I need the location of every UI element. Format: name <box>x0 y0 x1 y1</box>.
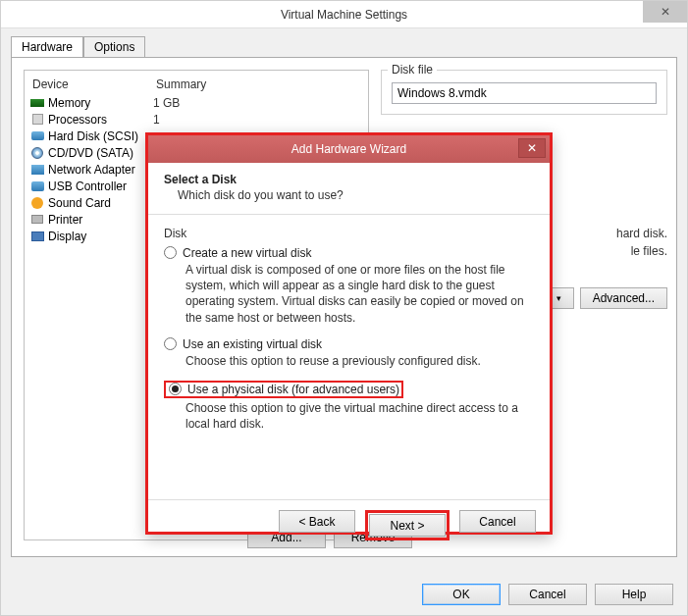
hdd-icon <box>29 129 45 143</box>
radio-existing-disk[interactable]: Use an existing virtual disk <box>164 337 534 351</box>
help-button[interactable]: Help <box>595 584 673 605</box>
tab-hardware[interactable]: Hardware <box>11 36 83 58</box>
network-icon <box>29 163 45 177</box>
wizard-footer: < Back Next > Cancel <box>148 499 550 550</box>
add-hardware-wizard: Add Hardware Wizard ✕ Select a Disk Whic… <box>145 132 553 535</box>
col-device: Device <box>32 77 156 91</box>
radio-desc: Choose this option to give the virtual m… <box>185 400 534 432</box>
highlighted-option: Use a physical disk (for advanced users) <box>164 381 403 398</box>
disk-file-input[interactable] <box>392 82 657 104</box>
advanced-button[interactable]: Advanced... <box>580 287 667 309</box>
tabs: Hardware Options <box>11 36 677 58</box>
cd-icon <box>29 146 45 160</box>
wizard-heading: Select a Disk <box>164 173 534 186</box>
wizard-titlebar: Add Hardware Wizard ✕ <box>148 135 550 163</box>
radio-icon <box>164 337 177 350</box>
cpu-icon <box>29 113 45 127</box>
ok-button[interactable]: OK <box>422 584 501 605</box>
dialog-footer: OK Cancel Help <box>422 584 673 605</box>
radio-icon <box>164 246 177 259</box>
window-title: Virtual Machine Settings <box>281 8 407 22</box>
list-item[interactable]: Processors1 <box>26 111 366 128</box>
wizard-subheading: Which disk do you want to use? <box>178 188 534 202</box>
close-icon[interactable]: ✕ <box>518 138 546 158</box>
radio-create-new-disk[interactable]: Create a new virtual disk <box>164 246 534 260</box>
display-icon <box>29 230 45 243</box>
usb-icon <box>29 180 45 193</box>
disk-file-group: Disk file <box>381 70 667 115</box>
cancel-button[interactable]: Cancel <box>508 584 587 605</box>
highlighted-next: Next > <box>365 510 450 540</box>
list-item[interactable]: Memory1 GB <box>26 94 366 111</box>
radio-desc: A virtual disk is composed of one or mor… <box>185 262 534 326</box>
radio-physical-disk[interactable]: Use a physical disk (for advanced users) <box>168 383 399 396</box>
sound-icon <box>29 196 45 210</box>
next-button[interactable]: Next > <box>369 514 446 537</box>
main-titlebar: Virtual Machine Settings ✕ <box>1 1 687 28</box>
wizard-title: Add Hardware Wizard <box>291 142 406 156</box>
printer-icon <box>29 213 45 227</box>
radio-icon <box>169 383 182 395</box>
tab-options[interactable]: Options <box>83 36 145 58</box>
radio-desc: Choose this option to reuse a previously… <box>185 353 534 369</box>
group-label: Disk file <box>388 63 437 77</box>
wizard-header: Select a Disk Which disk do you want to … <box>148 163 550 215</box>
col-summary: Summary <box>156 77 206 91</box>
cancel-button[interactable]: Cancel <box>459 510 536 533</box>
memory-icon <box>29 96 45 110</box>
section-label: Disk <box>164 227 534 240</box>
device-list-header: Device Summary <box>26 75 366 94</box>
back-button[interactable]: < Back <box>279 510 355 533</box>
close-icon[interactable]: ✕ <box>643 1 687 23</box>
wizard-body: Disk Create a new virtual disk A virtual… <box>148 215 550 499</box>
